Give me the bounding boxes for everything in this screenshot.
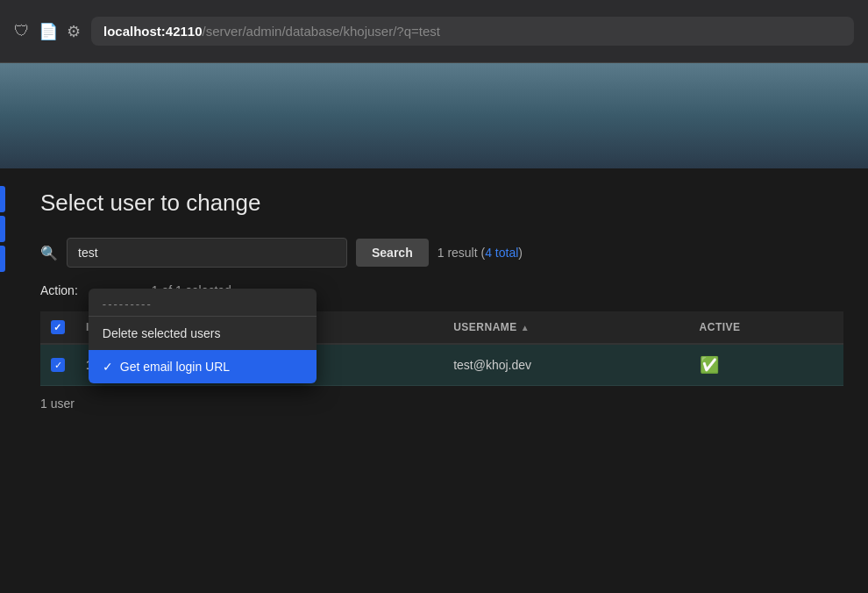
- address-bar[interactable]: localhost:42110/server/admin/database/kh…: [91, 17, 854, 46]
- search-row: 🔍 Search 1 result (4 total): [40, 238, 843, 268]
- search-button[interactable]: Search: [356, 239, 429, 267]
- checkmark-icon: ✓: [103, 360, 113, 374]
- content-area: Select user to change 🔍 Search 1 result …: [16, 168, 868, 593]
- row-checkbox-cell: [40, 344, 75, 386]
- row-active: ✅: [689, 344, 843, 386]
- table-footer: 1 user: [40, 397, 843, 411]
- shield-icon: 🛡: [14, 22, 30, 40]
- browser-chrome: 🛡 📄 ⚙ localhost:42110/server/admin/datab…: [0, 0, 868, 63]
- dropdown-item-delete-label: Delete selected users: [103, 326, 221, 340]
- th-checkbox: [40, 311, 75, 344]
- action-row: Action: --------- Delete selected users …: [40, 283, 843, 297]
- sidebar-stripe: [0, 168, 16, 593]
- row-checkbox[interactable]: [51, 358, 65, 372]
- main-layout: Select user to change 🔍 Search 1 result …: [0, 168, 868, 593]
- th-active: ACTIVE: [689, 311, 843, 344]
- sidebar-dot-3[interactable]: [0, 246, 5, 272]
- sort-arrow-icon: ▲: [521, 323, 530, 332]
- filter-icon: ⚙: [67, 22, 81, 41]
- browser-icons: 🛡 📄 ⚙: [14, 22, 81, 41]
- url-path: /server/admin/database/khojuser/?q=test: [203, 24, 440, 39]
- dropdown-item-delete[interactable]: Delete selected users: [89, 317, 317, 350]
- dropdown-separator: ---------: [89, 289, 317, 317]
- th-username[interactable]: USERNAME ▲: [443, 311, 688, 344]
- row-username: test@khoj.dev: [443, 344, 688, 386]
- url-host: localhost:42110: [103, 24, 203, 39]
- user-count: 1 user: [40, 397, 75, 411]
- search-result-text: 1 result (4 total): [438, 246, 523, 260]
- doc-icon: 📄: [39, 22, 58, 41]
- dropdown-menu: --------- Delete selected users ✓ Get em…: [89, 289, 317, 383]
- search-icon: 🔍: [40, 245, 58, 261]
- dropdown-item-email-login[interactable]: ✓ Get email login URL: [89, 350, 317, 383]
- search-input[interactable]: [67, 238, 347, 268]
- sidebar-dot-1[interactable]: [0, 186, 5, 212]
- action-label: Action:: [40, 283, 78, 297]
- active-status-icon: ✅: [700, 356, 719, 374]
- sidebar-dot-2[interactable]: [0, 216, 5, 242]
- select-all-checkbox[interactable]: [51, 320, 65, 334]
- header-band: [0, 63, 868, 168]
- page-title: Select user to change: [40, 189, 843, 217]
- dropdown-item-email-login-label: Get email login URL: [120, 360, 230, 374]
